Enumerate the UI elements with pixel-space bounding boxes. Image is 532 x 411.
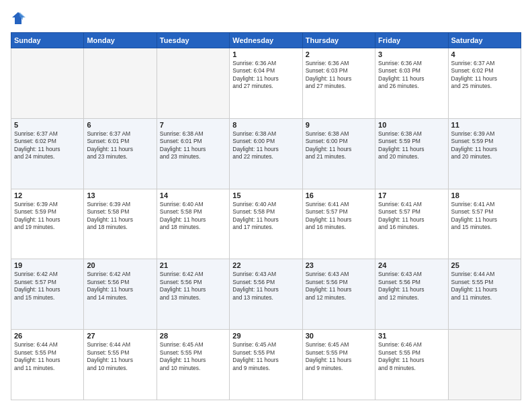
col-thursday: Thursday [302,33,375,48]
calendar-cell: 25Sunrise: 6:44 AM Sunset: 5:55 PM Dayli… [448,259,521,330]
day-number: 27 [87,332,153,340]
calendar-cell [11,48,84,119]
calendar-cell: 8Sunrise: 6:38 AM Sunset: 6:00 PM Daylig… [230,118,302,189]
calendar-cell: 1Sunrise: 6:36 AM Sunset: 6:04 PM Daylig… [230,48,302,119]
day-number: 20 [87,261,153,269]
day-number: 18 [451,191,518,199]
calendar-cell: 7Sunrise: 6:38 AM Sunset: 6:01 PM Daylig… [157,118,229,189]
day-info: Sunrise: 6:38 AM Sunset: 5:59 PM Dayligh… [378,130,445,161]
day-number: 15 [232,191,299,199]
day-info: Sunrise: 6:45 AM Sunset: 5:55 PM Dayligh… [232,341,299,372]
calendar-cell: 13Sunrise: 6:39 AM Sunset: 5:58 PM Dayli… [84,189,157,259]
calendar-cell: 20Sunrise: 6:42 AM Sunset: 5:56 PM Dayli… [84,259,157,330]
calendar-cell: 14Sunrise: 6:40 AM Sunset: 5:58 PM Dayli… [157,189,229,259]
calendar-header-row: Sunday Monday Tuesday Wednesday Thursday… [11,33,521,48]
day-info: Sunrise: 6:44 AM Sunset: 5:55 PM Dayligh… [87,341,153,372]
day-info: Sunrise: 6:40 AM Sunset: 5:58 PM Dayligh… [160,201,226,232]
day-number: 3 [378,50,445,58]
calendar-week-5: 26Sunrise: 6:44 AM Sunset: 5:55 PM Dayli… [11,330,521,400]
day-info: Sunrise: 6:44 AM Sunset: 5:55 PM Dayligh… [451,271,518,302]
day-number: 22 [232,261,299,269]
day-number: 8 [232,121,299,129]
calendar-cell: 2Sunrise: 6:36 AM Sunset: 6:03 PM Daylig… [302,48,375,119]
day-info: Sunrise: 6:42 AM Sunset: 5:56 PM Dayligh… [160,271,226,302]
day-info: Sunrise: 6:42 AM Sunset: 5:56 PM Dayligh… [87,271,153,302]
day-info: Sunrise: 6:36 AM Sunset: 6:04 PM Dayligh… [232,60,299,91]
day-number: 28 [160,332,226,340]
day-info: Sunrise: 6:42 AM Sunset: 5:57 PM Dayligh… [14,271,81,302]
day-info: Sunrise: 6:38 AM Sunset: 6:00 PM Dayligh… [232,130,299,161]
day-number: 24 [378,261,445,269]
calendar-cell: 29Sunrise: 6:45 AM Sunset: 5:55 PM Dayli… [230,330,302,400]
day-number: 7 [160,121,226,129]
day-info: Sunrise: 6:39 AM Sunset: 5:58 PM Dayligh… [87,201,153,232]
logo-icon [11,11,26,26]
day-number: 13 [87,191,153,199]
day-info: Sunrise: 6:38 AM Sunset: 6:00 PM Dayligh… [306,130,372,161]
day-number: 16 [306,191,372,199]
calendar-cell: 17Sunrise: 6:41 AM Sunset: 5:57 PM Dayli… [375,189,448,259]
day-info: Sunrise: 6:45 AM Sunset: 5:55 PM Dayligh… [306,341,372,372]
day-info: Sunrise: 6:41 AM Sunset: 5:57 PM Dayligh… [378,201,445,232]
calendar-cell: 4Sunrise: 6:37 AM Sunset: 6:02 PM Daylig… [448,48,521,119]
calendar-week-3: 12Sunrise: 6:39 AM Sunset: 5:59 PM Dayli… [11,189,521,259]
day-number: 30 [306,332,372,340]
calendar-cell: 5Sunrise: 6:37 AM Sunset: 6:02 PM Daylig… [11,118,84,189]
day-info: Sunrise: 6:41 AM Sunset: 5:57 PM Dayligh… [306,201,372,232]
calendar-week-2: 5Sunrise: 6:37 AM Sunset: 6:02 PM Daylig… [11,118,521,189]
day-info: Sunrise: 6:45 AM Sunset: 5:55 PM Dayligh… [160,341,226,372]
calendar-cell: 11Sunrise: 6:39 AM Sunset: 5:59 PM Dayli… [448,118,521,189]
calendar-cell: 6Sunrise: 6:37 AM Sunset: 6:01 PM Daylig… [84,118,157,189]
calendar-cell [157,48,229,119]
day-number: 23 [306,261,372,269]
calendar-cell: 19Sunrise: 6:42 AM Sunset: 5:57 PM Dayli… [11,259,84,330]
day-number: 9 [306,121,372,129]
page-header [11,11,521,26]
day-number: 11 [451,121,518,129]
col-wednesday: Wednesday [230,33,302,48]
day-info: Sunrise: 6:44 AM Sunset: 5:55 PM Dayligh… [14,341,81,372]
day-number: 10 [378,121,445,129]
calendar-cell: 26Sunrise: 6:44 AM Sunset: 5:55 PM Dayli… [11,330,84,400]
logo [11,11,28,26]
day-info: Sunrise: 6:37 AM Sunset: 6:02 PM Dayligh… [14,130,81,161]
day-number: 29 [232,332,299,340]
calendar-cell: 30Sunrise: 6:45 AM Sunset: 5:55 PM Dayli… [302,330,375,400]
calendar-table: Sunday Monday Tuesday Wednesday Thursday… [11,32,521,400]
col-tuesday: Tuesday [157,33,229,48]
calendar-week-1: 1Sunrise: 6:36 AM Sunset: 6:04 PM Daylig… [11,48,521,119]
day-number: 6 [87,121,153,129]
day-info: Sunrise: 6:39 AM Sunset: 5:59 PM Dayligh… [14,201,81,232]
day-info: Sunrise: 6:37 AM Sunset: 6:01 PM Dayligh… [87,130,153,161]
calendar-cell: 3Sunrise: 6:36 AM Sunset: 6:03 PM Daylig… [375,48,448,119]
col-friday: Friday [375,33,448,48]
calendar-cell: 10Sunrise: 6:38 AM Sunset: 5:59 PM Dayli… [375,118,448,189]
day-info: Sunrise: 6:36 AM Sunset: 6:03 PM Dayligh… [306,60,372,91]
col-saturday: Saturday [448,33,521,48]
calendar-cell: 27Sunrise: 6:44 AM Sunset: 5:55 PM Dayli… [84,330,157,400]
day-number: 5 [14,121,81,129]
calendar-cell: 31Sunrise: 6:46 AM Sunset: 5:55 PM Dayli… [375,330,448,400]
calendar-cell: 18Sunrise: 6:41 AM Sunset: 5:57 PM Dayli… [448,189,521,259]
day-number: 31 [378,332,445,340]
day-info: Sunrise: 6:43 AM Sunset: 5:56 PM Dayligh… [306,271,372,302]
calendar-cell: 22Sunrise: 6:43 AM Sunset: 5:56 PM Dayli… [230,259,302,330]
day-number: 17 [378,191,445,199]
day-info: Sunrise: 6:36 AM Sunset: 6:03 PM Dayligh… [378,60,445,91]
calendar-cell: 23Sunrise: 6:43 AM Sunset: 5:56 PM Dayli… [302,259,375,330]
day-number: 12 [14,191,81,199]
day-number: 26 [14,332,81,340]
day-number: 25 [451,261,518,269]
day-info: Sunrise: 6:40 AM Sunset: 5:58 PM Dayligh… [232,201,299,232]
day-info: Sunrise: 6:43 AM Sunset: 5:56 PM Dayligh… [378,271,445,302]
col-sunday: Sunday [11,33,84,48]
day-info: Sunrise: 6:46 AM Sunset: 5:55 PM Dayligh… [378,341,445,372]
day-number: 19 [14,261,81,269]
day-info: Sunrise: 6:37 AM Sunset: 6:02 PM Dayligh… [451,60,518,91]
day-info: Sunrise: 6:39 AM Sunset: 5:59 PM Dayligh… [451,130,518,161]
calendar-cell: 9Sunrise: 6:38 AM Sunset: 6:00 PM Daylig… [302,118,375,189]
day-number: 2 [306,50,372,58]
day-number: 21 [160,261,226,269]
day-number: 14 [160,191,226,199]
calendar-cell: 28Sunrise: 6:45 AM Sunset: 5:55 PM Dayli… [157,330,229,400]
